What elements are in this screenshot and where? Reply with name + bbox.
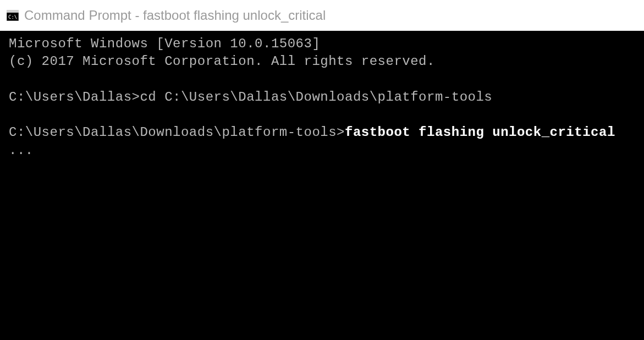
svg-rect-1 [7, 10, 19, 13]
terminal-blank-line [9, 71, 635, 89]
terminal-command-line: C:\Users\Dallas>cd C:\Users\Dallas\Downl… [9, 89, 635, 106]
terminal-prompt: C:\Users\Dallas\Downloads\platform-tools… [9, 125, 345, 140]
terminal-header-line: Microsoft Windows [Version 10.0.15063] [9, 35, 635, 53]
terminal-output-area[interactable]: Microsoft Windows [Version 10.0.15063] (… [0, 31, 644, 340]
svg-text:C:\: C:\ [8, 14, 17, 20]
terminal-prompt: C:\Users\Dallas> [9, 90, 140, 105]
terminal-command-line: C:\Users\Dallas\Downloads\platform-tools… [9, 124, 635, 141]
terminal-header-line: (c) 2017 Microsoft Corporation. All righ… [9, 53, 635, 70]
window-title: Command Prompt - fastboot flashing unloc… [24, 8, 326, 23]
terminal-blank-line [9, 106, 635, 124]
terminal-output-line: ... [9, 142, 635, 160]
terminal-command-active: fastboot flashing unlock_critical [345, 125, 615, 140]
window-titlebar: C:\ Command Prompt - fastboot flashing u… [0, 0, 644, 31]
terminal-command: cd C:\Users\Dallas\Downloads\platform-to… [140, 90, 492, 105]
cmd-icon: C:\ [7, 10, 19, 21]
